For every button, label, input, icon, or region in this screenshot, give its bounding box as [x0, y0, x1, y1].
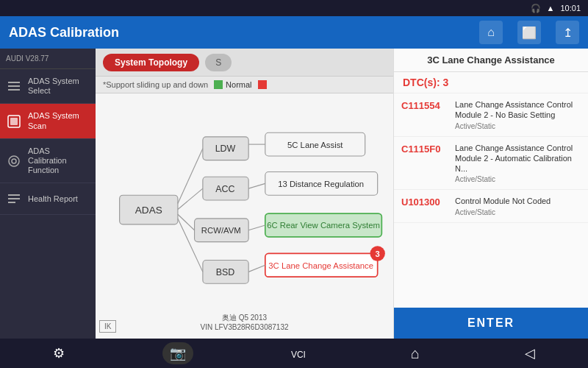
dtc-info-2: Lane Change Assistance Control Module 2 … — [455, 143, 581, 184]
sidebar-item-label: ADAS System Scan — [28, 111, 90, 130]
dtc-info-1: Lane Change Assistance Control Module 2 … — [455, 99, 581, 130]
health-icon — [6, 191, 22, 207]
camera-icon: 📷 — [170, 346, 186, 361]
bottom-bar: ⚙ 📷 VCI ⌂ ◁ — [0, 339, 588, 368]
vci-label: VCI — [291, 350, 306, 360]
sidebar-item-adas-scan[interactable]: ADAS System Scan — [0, 104, 96, 138]
support-text: *Support sliding up and down — [103, 80, 208, 89]
sidebar-item-adas-select[interactable]: ADAS System Select — [0, 69, 96, 104]
export-icon: ↥ — [563, 26, 573, 40]
sidebar-item-label: ADAS Calibration Function — [28, 146, 90, 176]
status-bar: 🎧 ▲ 10:01 — [0, 0, 588, 16]
home-button[interactable]: ⌂ — [479, 21, 503, 44]
svg-text:ACC: ACC — [215, 184, 234, 194]
sidebar: AUDI V28.77 ADAS System Select ADAS Syst… — [0, 49, 96, 339]
dtc-desc-1: Lane Change Assistance Control Module 2 … — [455, 99, 581, 121]
normal-label: Normal — [226, 80, 251, 89]
topology-diagram: ADAS LDW 5C Lane Assist ACC 13 Distance … — [103, 101, 386, 331]
calibration-icon — [6, 153, 22, 169]
enter-button[interactable]: ENTER — [394, 308, 588, 339]
normal-indicator: Normal — [214, 80, 251, 89]
svg-rect-4 — [10, 118, 18, 125]
select-icon — [6, 78, 22, 94]
dtc-list: C111554 Lane Change Assistance Control M… — [394, 93, 588, 308]
svg-text:5C Lane Assist: 5C Lane Assist — [287, 141, 343, 149]
svg-text:RCW/AVM: RCW/AVM — [201, 226, 241, 235]
svg-rect-7 — [8, 194, 20, 196]
svg-line-29 — [248, 225, 265, 230]
sidebar-item-adas-calibration[interactable]: ADAS Calibration Function — [0, 139, 96, 184]
secondary-tab-button[interactable]: S — [205, 54, 232, 71]
ik-label: IK — [104, 322, 111, 330]
home-nav-button[interactable]: ⌂ — [404, 342, 427, 365]
sidebar-item-label: ADAS System Select — [28, 77, 90, 96]
vehicle-info-bottom: 奥迪 Q5 2013 VIN LFV3B28R6D3087132 — [200, 313, 288, 331]
dtc-item-2[interactable]: C1115F0 Lane Change Assistance Control M… — [394, 137, 588, 191]
svg-line-28 — [178, 214, 195, 230]
camera-button[interactable]: 📷 — [162, 342, 193, 364]
settings-icon: ⚙ — [53, 346, 65, 361]
header: ADAS Calibration ⌂ ⬜ ↥ — [0, 16, 588, 49]
dtc-status-1: Active/Static — [455, 122, 581, 130]
svg-line-16 — [178, 149, 203, 204]
svg-text:3C Lane Change Assistance: 3C Lane Change Assistance — [268, 261, 373, 270]
svg-text:6C Rear View Camera System: 6C Rear View Camera System — [267, 221, 380, 230]
home-nav-icon: ⌂ — [411, 345, 420, 361]
support-note-bar: *Support sliding up and down Normal — [96, 77, 393, 93]
wifi-icon: ▲ — [547, 4, 555, 13]
svg-line-23 — [248, 183, 265, 188]
svg-point-6 — [12, 159, 16, 163]
dtc-item-3[interactable]: U101300 Control Module Not Coded Active/… — [394, 190, 588, 222]
green-square — [214, 80, 223, 89]
topology-bar: System Topology S — [96, 49, 393, 77]
back-button[interactable]: ◁ — [517, 342, 542, 364]
sidebar-item-label: Health Report — [28, 194, 78, 204]
svg-text:13 Distance Regulation: 13 Distance Regulation — [278, 180, 364, 188]
vehicle-name: 奥迪 Q5 2013 — [200, 313, 288, 323]
dtc-desc-3: Control Module Not Coded — [455, 196, 581, 206]
main-container: AUDI V28.77 ADAS System Select ADAS Syst… — [0, 49, 588, 339]
dtc-count: DTC(s): 3 — [394, 72, 588, 93]
svg-line-37 — [248, 265, 265, 272]
right-panel: 3C Lane Change Assistance DTC(s): 3 C111… — [393, 49, 588, 339]
dtc-item-1[interactable]: C111554 Lane Change Assistance Control M… — [394, 93, 588, 137]
vci-button[interactable]: VCI — [284, 343, 313, 364]
diagram-area: ADAS LDW 5C Lane Assist ACC 13 Distance … — [96, 93, 393, 339]
home-icon: ⌂ — [487, 26, 495, 39]
back-icon: ◁ — [525, 346, 535, 361]
sidebar-item-health-report[interactable]: Health Report — [0, 183, 96, 215]
app-title: ADAS Calibration — [9, 25, 119, 40]
export-button[interactable]: ↥ — [556, 21, 579, 44]
content-area: System Topology S *Support sliding up an… — [96, 49, 393, 339]
svg-rect-1 — [8, 85, 20, 87]
red-square — [258, 80, 267, 89]
svg-text:LDW: LDW — [215, 144, 236, 154]
dtc-code-2: C1115F0 — [401, 143, 449, 156]
vehicle-vin: VIN LFV3B28R6D3087132 — [200, 323, 288, 331]
bluetooth-icon: 🎧 — [531, 4, 541, 13]
svg-point-5 — [9, 156, 19, 166]
svg-rect-0 — [8, 82, 20, 83]
time-display: 10:01 — [560, 4, 581, 13]
dtc-code-3: U101300 — [401, 196, 449, 209]
svg-text:BSD: BSD — [216, 267, 235, 277]
dtc-status-2: Active/Static — [455, 175, 581, 183]
print-icon: ⬜ — [522, 26, 537, 40]
svg-text:3: 3 — [376, 250, 380, 258]
svg-rect-2 — [8, 89, 20, 91]
ik-button[interactable]: IK — [99, 320, 116, 333]
svg-line-22 — [178, 188, 203, 209]
svg-text:ADAS: ADAS — [135, 205, 162, 216]
dtc-desc-2: Lane Change Assistance Control Module 2 … — [455, 143, 581, 174]
dtc-status-3: Active/Static — [455, 208, 581, 216]
svg-rect-9 — [8, 202, 15, 203]
print-button[interactable]: ⬜ — [517, 21, 541, 44]
system-topology-button[interactable]: System Topology — [103, 54, 199, 71]
settings-button[interactable]: ⚙ — [46, 342, 72, 364]
header-icons: ⌂ ⬜ ↥ — [479, 21, 579, 44]
vehicle-version: AUDI V28.77 — [0, 49, 96, 69]
dtc-code-1: C111554 — [401, 99, 449, 113]
dtc-info-3: Control Module Not Coded Active/Static — [455, 196, 581, 216]
right-panel-header: 3C Lane Change Assistance — [394, 49, 588, 72]
svg-rect-8 — [8, 198, 20, 199]
